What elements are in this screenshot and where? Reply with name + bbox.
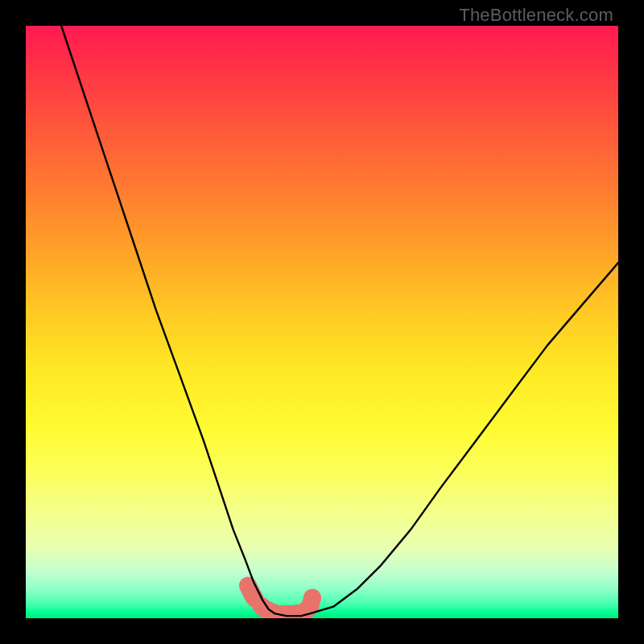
bottleneck-curve — [61, 26, 618, 616]
watermark-text: TheBottleneck.com — [459, 5, 613, 26]
plot-area — [26, 26, 618, 618]
chart-frame: TheBottleneck.com — [0, 0, 644, 644]
curves-svg — [26, 26, 618, 618]
